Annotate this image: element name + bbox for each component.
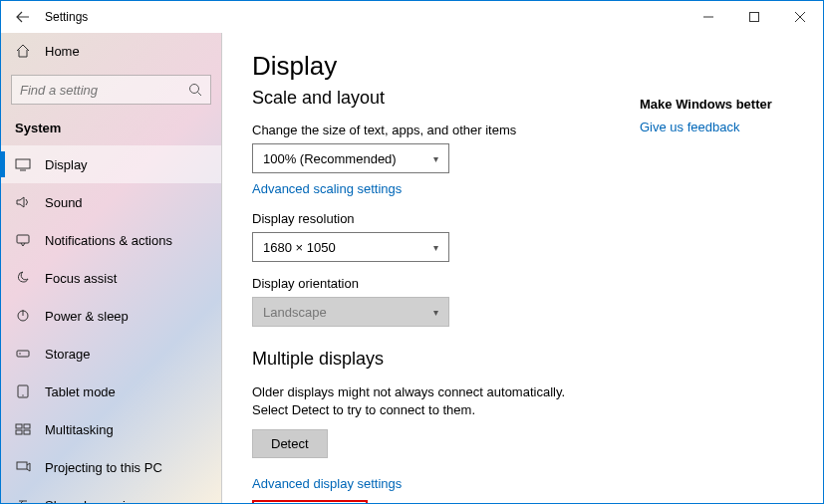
nav-item-label: Storage [45, 347, 91, 362]
nav-list: Display Sound Notifications & actions Fo… [1, 145, 221, 503]
titlebar: Settings [1, 1, 823, 33]
home-label: Home [45, 44, 80, 59]
nav-item-multitasking[interactable]: Multitasking [1, 410, 221, 448]
shared-icon [15, 497, 31, 503]
nav-item-label: Focus assist [45, 271, 117, 286]
svg-point-14 [22, 394, 23, 395]
close-icon [795, 12, 805, 22]
main-content: Display Scale and layout Change the size… [222, 33, 823, 503]
sidebar: Home System Display Sound Notifications … [1, 33, 222, 503]
display-icon [15, 156, 31, 172]
svg-rect-8 [17, 235, 29, 243]
maximize-icon [749, 12, 759, 22]
svg-rect-19 [17, 462, 27, 469]
right-heading: Make Windows better [640, 97, 799, 112]
storage-icon [15, 346, 31, 362]
focus-assist-icon [15, 270, 31, 286]
svg-rect-18 [24, 430, 30, 434]
svg-point-12 [19, 353, 21, 355]
back-arrow-icon [16, 10, 30, 24]
svg-line-5 [198, 93, 202, 97]
nav-item-label: Tablet mode [45, 384, 116, 399]
search-icon [188, 83, 202, 97]
notifications-icon [15, 232, 31, 248]
feedback-link[interactable]: Give us feedback [640, 120, 739, 134]
sound-icon [15, 194, 31, 210]
close-button[interactable] [777, 1, 823, 33]
nav-item-storage[interactable]: Storage [1, 335, 221, 373]
nav-item-shared-experiences[interactable]: Shared experiences [1, 486, 221, 503]
nav-item-display[interactable]: Display [1, 145, 221, 183]
svg-rect-1 [750, 13, 759, 22]
nav-item-label: Projecting to this PC [45, 460, 162, 475]
tablet-icon [15, 383, 31, 399]
chevron-down-icon: ▾ [433, 242, 438, 253]
minimize-button[interactable] [686, 1, 731, 33]
search-box[interactable] [11, 75, 211, 105]
nav-item-label: Notifications & actions [45, 233, 172, 248]
nav-item-tablet-mode[interactable]: Tablet mode [1, 373, 221, 410]
nav-item-power-sleep[interactable]: Power & sleep [1, 297, 221, 335]
home-button[interactable]: Home [1, 33, 221, 69]
svg-rect-16 [24, 424, 30, 428]
multiple-displays-description: Older displays might not always connect … [252, 383, 591, 419]
window-title: Settings [45, 10, 88, 24]
back-button[interactable] [9, 10, 37, 24]
section-label: System [1, 115, 221, 145]
nav-item-sound[interactable]: Sound [1, 183, 221, 221]
home-icon [15, 43, 31, 59]
svg-point-4 [190, 85, 199, 94]
detect-button[interactable]: Detect [252, 429, 328, 458]
orientation-dropdown: Landscape ▾ [252, 297, 449, 327]
nav-item-label: Multitasking [45, 422, 114, 437]
search-input[interactable] [20, 83, 188, 98]
orientation-label: Display orientation [252, 276, 793, 291]
svg-rect-15 [16, 424, 22, 428]
resolution-value: 1680 × 1050 [263, 240, 336, 255]
advanced-display-link[interactable]: Advanced display settings [252, 476, 402, 491]
resolution-dropdown[interactable]: 1680 × 1050 ▾ [252, 232, 449, 262]
nav-item-projecting[interactable]: Projecting to this PC [1, 448, 221, 486]
projecting-icon [15, 459, 31, 475]
nav-item-label: Power & sleep [45, 309, 129, 324]
nav-item-notifications[interactable]: Notifications & actions [1, 221, 221, 259]
right-column: Make Windows better Give us feedback [640, 97, 799, 135]
nav-item-label: Display [45, 157, 88, 172]
nav-item-label: Shared experiences [45, 498, 160, 504]
minimize-icon [703, 12, 713, 22]
svg-rect-6 [16, 159, 30, 168]
svg-rect-17 [16, 430, 22, 434]
nav-item-focus-assist[interactable]: Focus assist [1, 259, 221, 297]
page-title: Display [252, 51, 793, 82]
resolution-label: Display resolution [252, 211, 793, 226]
chevron-down-icon: ▾ [433, 307, 438, 318]
svg-rect-11 [17, 351, 29, 357]
advanced-scaling-link[interactable]: Advanced scaling settings [252, 181, 402, 196]
scale-value: 100% (Recommended) [263, 151, 397, 166]
power-icon [15, 308, 31, 324]
chevron-down-icon: ▾ [433, 153, 438, 164]
maximize-button[interactable] [731, 1, 777, 33]
section-multiple-displays: Multiple displays [252, 349, 793, 370]
nav-item-label: Sound [45, 195, 83, 210]
multitasking-icon [15, 421, 31, 437]
orientation-value: Landscape [263, 305, 327, 320]
scale-dropdown[interactable]: 100% (Recommended) ▾ [252, 143, 449, 173]
highlight-annotation: Graphics settings [252, 500, 368, 503]
